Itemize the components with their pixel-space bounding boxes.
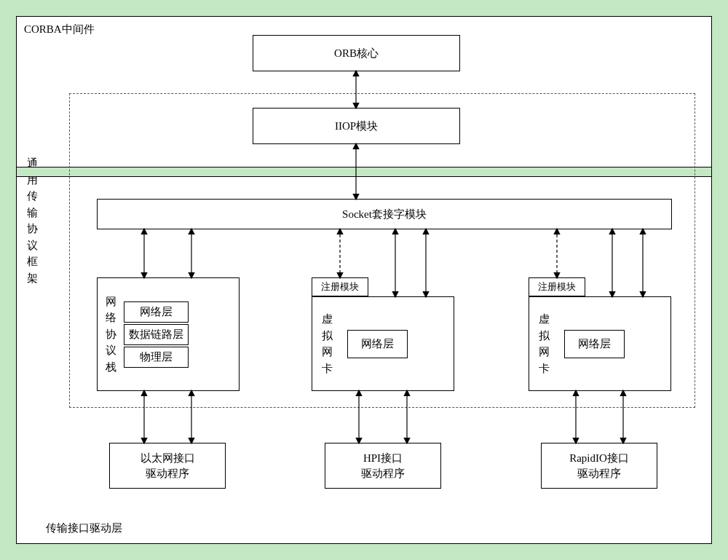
socket-text: Socket套接字模块 <box>342 207 427 222</box>
reg-module-1: 注册模块 <box>312 277 368 296</box>
vnic2-box: 虚拟网卡 网络层 <box>529 296 671 391</box>
network-stack-box: 网络协议栈 网络层 数据链路层 物理层 <box>97 277 240 391</box>
datalink-layer-box: 数据链路层 <box>124 324 189 345</box>
network-stack-label: 网络协议栈 <box>105 293 116 376</box>
iiop-box: IIOP模块 <box>253 108 460 144</box>
vnic2-layers: 网络层 <box>564 328 625 360</box>
orb-core-box: ORB核心 <box>253 35 460 71</box>
eth-driver-box: 以太网接口 驱动程序 <box>109 443 226 489</box>
vnic2-net-layer: 网络层 <box>564 330 625 358</box>
iiop-text: IIOP模块 <box>335 119 378 134</box>
corba-label: CORBA中间件 <box>24 23 95 36</box>
hpi-driver-box: HPI接口 驱动程序 <box>325 443 441 489</box>
vnic1-label: 虚拟网卡 <box>321 311 333 376</box>
vnic1-net-layer: 网络层 <box>347 330 408 358</box>
driver-layer-label: 传输接口驱动层 <box>46 521 122 535</box>
net-layer-box: 网络层 <box>124 301 189 323</box>
vnic1-layers: 网络层 <box>347 328 408 360</box>
phys-layer-box: 物理层 <box>124 347 189 368</box>
rio-driver-box: RapidIO接口 驱动程序 <box>541 443 657 489</box>
vnic1-box: 虚拟网卡 网络层 <box>312 296 454 391</box>
reg-module-2: 注册模块 <box>529 277 585 296</box>
orb-core-text: ORB核心 <box>334 46 379 61</box>
vnic2-label: 虚拟网卡 <box>538 311 550 376</box>
network-stack-layers: 网络层 数据链路层 物理层 <box>124 300 189 369</box>
socket-box: Socket套接字模块 <box>97 199 672 229</box>
diagram-frame: CORBA中间件 通用传输协议框架 ORB核心 IIOP模块 Socket套接字… <box>16 16 712 544</box>
